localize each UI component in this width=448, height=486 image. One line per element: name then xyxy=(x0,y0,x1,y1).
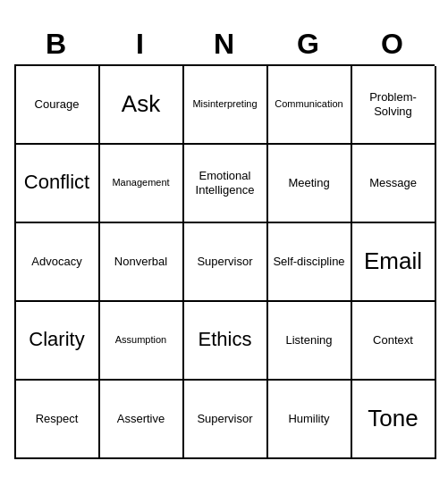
cell-0-3: Communication xyxy=(268,66,352,145)
cell-1-2: Emotional Intelligence xyxy=(184,145,268,223)
cell-2-0: Advocacy xyxy=(16,223,100,302)
cell-2-1: Nonverbal xyxy=(100,223,184,302)
cell-3-3: Listening xyxy=(268,302,352,381)
cell-0-2: Misinterpreting xyxy=(184,66,268,145)
cell-2-3: Self-discipline xyxy=(268,223,352,302)
cell-3-0: Clarity xyxy=(16,302,100,381)
bingo-card: BINGO CourageAskMisinterpretingCommunica… xyxy=(14,28,435,459)
cell-4-0: Respect xyxy=(16,381,100,459)
cell-4-1: Assertive xyxy=(100,381,184,459)
cell-4-4: Tone xyxy=(352,381,436,459)
cell-1-3: Meeting xyxy=(268,145,352,223)
cell-4-3: Humility xyxy=(268,381,352,459)
header-letter-g: G xyxy=(268,28,349,61)
cell-1-1: Management xyxy=(100,145,184,223)
header-letter-o: O xyxy=(352,28,433,61)
cell-0-0: Courage xyxy=(16,66,100,145)
cell-3-4: Context xyxy=(352,302,436,381)
cell-0-1: Ask xyxy=(100,66,184,145)
cell-1-4: Message xyxy=(352,145,436,223)
bingo-grid: CourageAskMisinterpretingCommunicationPr… xyxy=(14,64,435,459)
header-letter-i: I xyxy=(100,28,181,61)
header-letter-n: N xyxy=(184,28,265,61)
cell-3-1: Assumption xyxy=(100,302,184,381)
bingo-header: BINGO xyxy=(14,28,435,61)
cell-4-2: Supervisor xyxy=(184,381,268,459)
cell-2-4: Email xyxy=(352,223,436,302)
cell-3-2: Ethics xyxy=(184,302,268,381)
cell-0-4: Problem-Solving xyxy=(352,66,436,145)
cell-2-2: Supervisor xyxy=(184,223,268,302)
header-letter-b: B xyxy=(16,28,97,61)
cell-1-0: Conflict xyxy=(16,145,100,223)
